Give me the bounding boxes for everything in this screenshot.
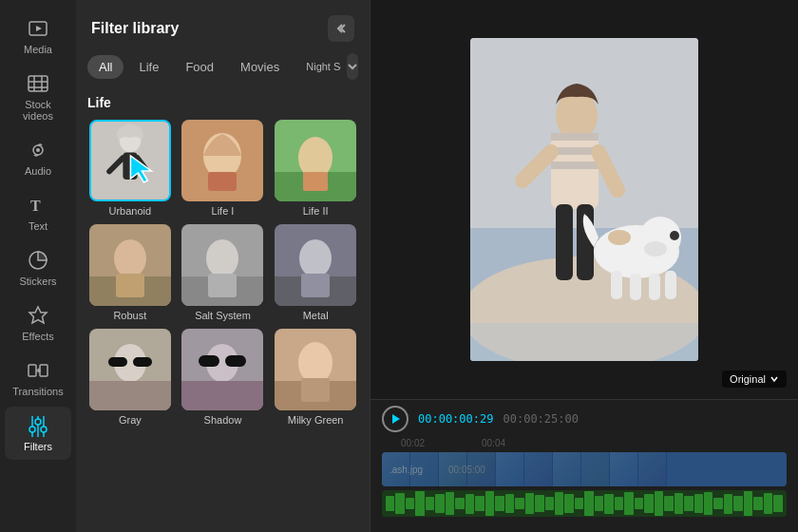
filter-panel-title: Filter library — [91, 20, 179, 37]
sidebar-item-audio[interactable]: Audio — [5, 131, 71, 184]
svg-marker-1 — [36, 26, 42, 31]
preview-image — [470, 38, 698, 361]
svg-point-8 — [36, 148, 40, 152]
preview-image-container: Original — [370, 0, 798, 399]
shadow-preview-svg — [181, 329, 263, 410]
filter-content: Life — [76, 91, 370, 532]
audio-icon — [27, 139, 49, 162]
filter-thumb-robust — [89, 224, 171, 306]
cat-tab-life[interactable]: Life — [127, 55, 170, 79]
filter-item-milky-green[interactable]: Milky Green — [273, 329, 358, 426]
effects-label: Effects — [22, 331, 53, 342]
filter-name-metal: Metal — [303, 310, 329, 321]
timeline-ruler: 00:02 00:04 — [370, 438, 798, 448]
media-icon — [27, 17, 49, 40]
cursor-icon — [126, 152, 161, 186]
svg-point-45 — [299, 239, 332, 277]
chevrons-left-icon — [334, 22, 348, 35]
svg-rect-83 — [470, 323, 698, 361]
svg-rect-39 — [116, 274, 144, 297]
svg-rect-51 — [108, 357, 127, 367]
original-label: Original — [730, 373, 766, 385]
sidebar-item-text[interactable]: T Text — [5, 186, 71, 239]
svg-point-81 — [644, 241, 667, 256]
filter-name-shadow: Shadow — [204, 414, 242, 426]
filter-thumb-life1 — [181, 120, 263, 201]
filter-grid-life: Urbanoid Life I — [87, 120, 358, 426]
svg-rect-50 — [89, 381, 171, 410]
original-badge[interactable]: Original — [722, 370, 787, 388]
sidebar-item-transitions[interactable]: Transitions — [5, 352, 71, 405]
svg-rect-47 — [301, 274, 330, 297]
filter-item-urbanoid[interactable]: Urbanoid — [87, 120, 173, 217]
timeline: 00:00:00:29 00:00:25:00 00:02 00:04 .ash… — [370, 399, 798, 532]
current-time-display: 00:00:00:29 — [418, 412, 493, 426]
filter-item-robust[interactable]: Robust — [87, 224, 173, 321]
life2-preview-svg — [275, 120, 356, 201]
svg-rect-71 — [551, 162, 598, 169]
svg-rect-56 — [199, 355, 219, 367]
filter-item-shadow[interactable]: Shadow — [180, 329, 266, 426]
robust-preview-svg — [89, 224, 171, 306]
svg-rect-43 — [208, 274, 237, 297]
filter-thumb-life2 — [275, 120, 356, 201]
svg-rect-57 — [225, 355, 246, 367]
cat-tab-night[interactable]: Night Scen... — [294, 56, 341, 77]
audio-track[interactable] — [382, 490, 787, 517]
filter-thumb-salt-system — [181, 224, 263, 306]
sidebar-item-media[interactable]: Media — [5, 10, 71, 63]
media-label: Media — [24, 44, 52, 55]
svg-point-16 — [41, 427, 47, 432]
svg-rect-69 — [551, 133, 598, 141]
cat-tab-movies[interactable]: Movies — [229, 55, 291, 79]
play-button[interactable] — [382, 406, 408, 432]
life1-preview-svg — [181, 120, 263, 201]
svg-rect-77 — [630, 274, 641, 300]
filter-library-panel: Filter library All Life Food Movies Nigh… — [76, 0, 370, 532]
svg-rect-66 — [556, 204, 573, 280]
svg-rect-2 — [28, 76, 48, 91]
category-tabs: All Life Food Movies Night Scen... — [76, 53, 370, 91]
ruler-mark-1: 00:04 — [482, 438, 505, 448]
filter-name-life1: Life I — [212, 205, 235, 217]
filter-item-gray[interactable]: Gray — [87, 329, 173, 426]
filter-thumb-shadow — [181, 329, 263, 410]
svg-point-15 — [29, 427, 35, 432]
filter-thumb-gray — [89, 329, 171, 410]
svg-rect-78 — [649, 274, 660, 300]
svg-marker-84 — [392, 414, 400, 424]
collapse-button[interactable] — [328, 15, 354, 42]
svg-text:T: T — [30, 198, 41, 214]
filter-item-metal[interactable]: Metal — [273, 224, 358, 321]
svg-point-82 — [608, 230, 631, 245]
svg-rect-35 — [303, 172, 328, 191]
sidebar-item-effects[interactable]: Effects — [5, 296, 71, 350]
video-track[interactable]: .ash.jpg 00:05:00 — [382, 452, 787, 486]
category-dropdown-button[interactable] — [347, 53, 358, 80]
preview-scene-svg — [470, 38, 698, 361]
filter-name-life2: Life II — [303, 205, 329, 217]
filter-panel-header: Filter library — [76, 0, 370, 53]
transitions-icon — [27, 359, 49, 382]
svg-rect-61 — [301, 378, 330, 402]
filter-item-salt-system[interactable]: Salt System — [180, 224, 266, 321]
sidebar-item-stock-videos[interactable]: Stock videos — [5, 65, 71, 129]
svg-point-37 — [114, 239, 146, 277]
cat-tab-food[interactable]: Food — [174, 55, 225, 79]
svg-marker-11 — [29, 307, 47, 323]
chevron-down-icon — [347, 61, 358, 72]
svg-rect-13 — [40, 365, 48, 376]
filter-thumb-metal — [275, 224, 356, 306]
filter-thumb-urbanoid — [89, 120, 171, 201]
salt-preview-svg — [181, 224, 263, 306]
filter-thumb-milky-green — [275, 329, 356, 410]
play-icon — [390, 413, 401, 425]
sidebar-item-filters[interactable]: Filters — [5, 407, 71, 460]
filter-name-milky-green: Milky Green — [288, 414, 344, 426]
svg-rect-12 — [28, 365, 36, 376]
audio-waveform — [382, 490, 787, 517]
filter-item-life2[interactable]: Life II — [273, 120, 358, 217]
filter-item-life1[interactable]: Life I — [180, 120, 266, 217]
sidebar-item-stickers[interactable]: Stickers — [5, 241, 71, 294]
cat-tab-all[interactable]: All — [87, 55, 124, 79]
